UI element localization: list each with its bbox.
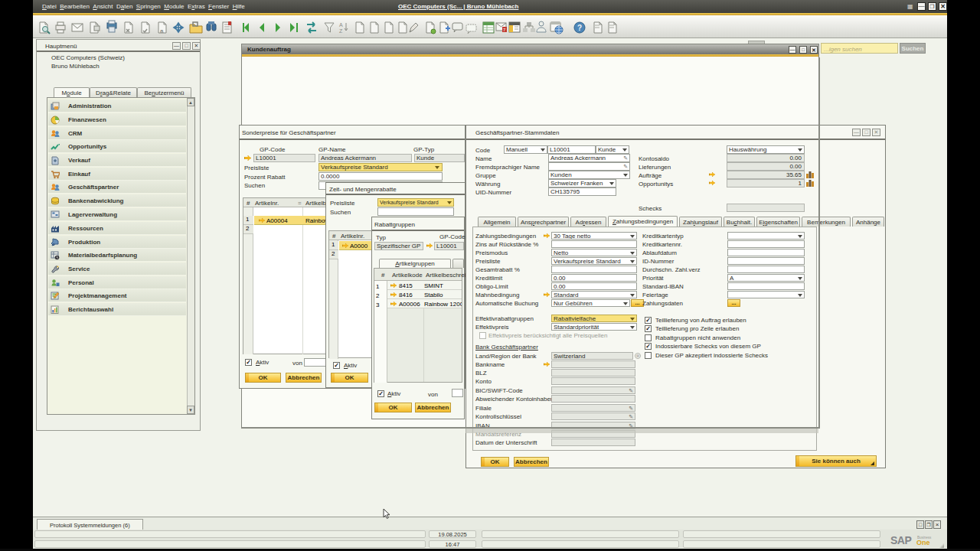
svg-text:a: a [160,28,164,34]
svg-text:A: A [339,22,343,28]
svg-text:?: ? [577,24,582,32]
svg-text:Z: Z [339,28,343,34]
